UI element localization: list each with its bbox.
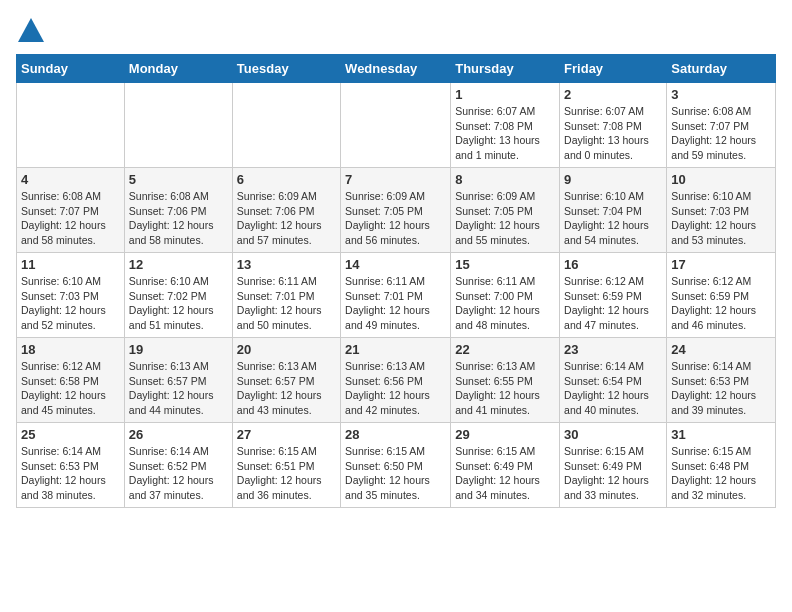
calendar-header-row: SundayMondayTuesdayWednesdayThursdayFrid… — [17, 55, 776, 83]
calendar-week-3: 11Sunrise: 6:10 AM Sunset: 7:03 PM Dayli… — [17, 253, 776, 338]
day-number: 27 — [237, 427, 336, 442]
calendar-cell: 29Sunrise: 6:15 AM Sunset: 6:49 PM Dayli… — [451, 423, 560, 508]
header-sunday: Sunday — [17, 55, 125, 83]
day-info: Sunrise: 6:15 AM Sunset: 6:51 PM Dayligh… — [237, 444, 336, 503]
calendar-cell: 18Sunrise: 6:12 AM Sunset: 6:58 PM Dayli… — [17, 338, 125, 423]
day-info: Sunrise: 6:13 AM Sunset: 6:57 PM Dayligh… — [237, 359, 336, 418]
calendar-cell: 9Sunrise: 6:10 AM Sunset: 7:04 PM Daylig… — [560, 168, 667, 253]
day-number: 26 — [129, 427, 228, 442]
day-info: Sunrise: 6:15 AM Sunset: 6:48 PM Dayligh… — [671, 444, 771, 503]
day-info: Sunrise: 6:09 AM Sunset: 7:06 PM Dayligh… — [237, 189, 336, 248]
day-number: 3 — [671, 87, 771, 102]
calendar-week-5: 25Sunrise: 6:14 AM Sunset: 6:53 PM Dayli… — [17, 423, 776, 508]
calendar-cell: 14Sunrise: 6:11 AM Sunset: 7:01 PM Dayli… — [341, 253, 451, 338]
day-number: 4 — [21, 172, 120, 187]
calendar-cell: 13Sunrise: 6:11 AM Sunset: 7:01 PM Dayli… — [232, 253, 340, 338]
day-info: Sunrise: 6:14 AM Sunset: 6:53 PM Dayligh… — [671, 359, 771, 418]
day-info: Sunrise: 6:11 AM Sunset: 7:01 PM Dayligh… — [237, 274, 336, 333]
day-info: Sunrise: 6:14 AM Sunset: 6:54 PM Dayligh… — [564, 359, 662, 418]
calendar-cell: 1Sunrise: 6:07 AM Sunset: 7:08 PM Daylig… — [451, 83, 560, 168]
logo — [16, 16, 50, 46]
day-info: Sunrise: 6:14 AM Sunset: 6:52 PM Dayligh… — [129, 444, 228, 503]
day-number: 10 — [671, 172, 771, 187]
day-info: Sunrise: 6:15 AM Sunset: 6:50 PM Dayligh… — [345, 444, 446, 503]
calendar-cell: 12Sunrise: 6:10 AM Sunset: 7:02 PM Dayli… — [124, 253, 232, 338]
day-number: 30 — [564, 427, 662, 442]
calendar-cell: 4Sunrise: 6:08 AM Sunset: 7:07 PM Daylig… — [17, 168, 125, 253]
header-saturday: Saturday — [667, 55, 776, 83]
day-number: 7 — [345, 172, 446, 187]
day-number: 6 — [237, 172, 336, 187]
day-info: Sunrise: 6:15 AM Sunset: 6:49 PM Dayligh… — [564, 444, 662, 503]
day-number: 1 — [455, 87, 555, 102]
day-number: 16 — [564, 257, 662, 272]
calendar-week-2: 4Sunrise: 6:08 AM Sunset: 7:07 PM Daylig… — [17, 168, 776, 253]
day-number: 11 — [21, 257, 120, 272]
day-number: 2 — [564, 87, 662, 102]
calendar-cell: 26Sunrise: 6:14 AM Sunset: 6:52 PM Dayli… — [124, 423, 232, 508]
day-info: Sunrise: 6:10 AM Sunset: 7:03 PM Dayligh… — [671, 189, 771, 248]
calendar-cell: 28Sunrise: 6:15 AM Sunset: 6:50 PM Dayli… — [341, 423, 451, 508]
day-info: Sunrise: 6:10 AM Sunset: 7:03 PM Dayligh… — [21, 274, 120, 333]
logo-icon — [16, 16, 46, 46]
header-tuesday: Tuesday — [232, 55, 340, 83]
calendar-cell: 17Sunrise: 6:12 AM Sunset: 6:59 PM Dayli… — [667, 253, 776, 338]
svg-marker-0 — [18, 18, 44, 42]
day-info: Sunrise: 6:07 AM Sunset: 7:08 PM Dayligh… — [564, 104, 662, 163]
day-number: 14 — [345, 257, 446, 272]
day-info: Sunrise: 6:08 AM Sunset: 7:07 PM Dayligh… — [21, 189, 120, 248]
calendar-cell: 25Sunrise: 6:14 AM Sunset: 6:53 PM Dayli… — [17, 423, 125, 508]
day-info: Sunrise: 6:08 AM Sunset: 7:07 PM Dayligh… — [671, 104, 771, 163]
day-number: 28 — [345, 427, 446, 442]
calendar-cell: 31Sunrise: 6:15 AM Sunset: 6:48 PM Dayli… — [667, 423, 776, 508]
day-number: 21 — [345, 342, 446, 357]
calendar-cell — [232, 83, 340, 168]
calendar-cell: 7Sunrise: 6:09 AM Sunset: 7:05 PM Daylig… — [341, 168, 451, 253]
day-info: Sunrise: 6:13 AM Sunset: 6:57 PM Dayligh… — [129, 359, 228, 418]
day-info: Sunrise: 6:10 AM Sunset: 7:04 PM Dayligh… — [564, 189, 662, 248]
day-number: 15 — [455, 257, 555, 272]
day-number: 5 — [129, 172, 228, 187]
header-thursday: Thursday — [451, 55, 560, 83]
calendar-week-4: 18Sunrise: 6:12 AM Sunset: 6:58 PM Dayli… — [17, 338, 776, 423]
day-number: 17 — [671, 257, 771, 272]
day-number: 13 — [237, 257, 336, 272]
day-info: Sunrise: 6:08 AM Sunset: 7:06 PM Dayligh… — [129, 189, 228, 248]
calendar-cell: 6Sunrise: 6:09 AM Sunset: 7:06 PM Daylig… — [232, 168, 340, 253]
day-info: Sunrise: 6:12 AM Sunset: 6:59 PM Dayligh… — [671, 274, 771, 333]
page-header — [16, 16, 776, 46]
day-number: 29 — [455, 427, 555, 442]
calendar-cell — [17, 83, 125, 168]
calendar-cell — [124, 83, 232, 168]
calendar-cell: 5Sunrise: 6:08 AM Sunset: 7:06 PM Daylig… — [124, 168, 232, 253]
calendar-cell: 15Sunrise: 6:11 AM Sunset: 7:00 PM Dayli… — [451, 253, 560, 338]
calendar-cell — [341, 83, 451, 168]
day-number: 22 — [455, 342, 555, 357]
day-info: Sunrise: 6:13 AM Sunset: 6:55 PM Dayligh… — [455, 359, 555, 418]
day-info: Sunrise: 6:14 AM Sunset: 6:53 PM Dayligh… — [21, 444, 120, 503]
day-info: Sunrise: 6:09 AM Sunset: 7:05 PM Dayligh… — [455, 189, 555, 248]
calendar-cell: 22Sunrise: 6:13 AM Sunset: 6:55 PM Dayli… — [451, 338, 560, 423]
header-monday: Monday — [124, 55, 232, 83]
day-info: Sunrise: 6:12 AM Sunset: 6:59 PM Dayligh… — [564, 274, 662, 333]
calendar-cell: 2Sunrise: 6:07 AM Sunset: 7:08 PM Daylig… — [560, 83, 667, 168]
header-wednesday: Wednesday — [341, 55, 451, 83]
calendar-cell: 16Sunrise: 6:12 AM Sunset: 6:59 PM Dayli… — [560, 253, 667, 338]
day-info: Sunrise: 6:10 AM Sunset: 7:02 PM Dayligh… — [129, 274, 228, 333]
calendar-week-1: 1Sunrise: 6:07 AM Sunset: 7:08 PM Daylig… — [17, 83, 776, 168]
day-number: 19 — [129, 342, 228, 357]
calendar-cell: 23Sunrise: 6:14 AM Sunset: 6:54 PM Dayli… — [560, 338, 667, 423]
day-number: 8 — [455, 172, 555, 187]
calendar-cell: 8Sunrise: 6:09 AM Sunset: 7:05 PM Daylig… — [451, 168, 560, 253]
calendar-cell: 20Sunrise: 6:13 AM Sunset: 6:57 PM Dayli… — [232, 338, 340, 423]
calendar-cell: 19Sunrise: 6:13 AM Sunset: 6:57 PM Dayli… — [124, 338, 232, 423]
day-info: Sunrise: 6:09 AM Sunset: 7:05 PM Dayligh… — [345, 189, 446, 248]
calendar-cell: 27Sunrise: 6:15 AM Sunset: 6:51 PM Dayli… — [232, 423, 340, 508]
day-info: Sunrise: 6:15 AM Sunset: 6:49 PM Dayligh… — [455, 444, 555, 503]
calendar-cell: 3Sunrise: 6:08 AM Sunset: 7:07 PM Daylig… — [667, 83, 776, 168]
header-friday: Friday — [560, 55, 667, 83]
calendar-cell: 30Sunrise: 6:15 AM Sunset: 6:49 PM Dayli… — [560, 423, 667, 508]
calendar-cell: 11Sunrise: 6:10 AM Sunset: 7:03 PM Dayli… — [17, 253, 125, 338]
calendar-cell: 24Sunrise: 6:14 AM Sunset: 6:53 PM Dayli… — [667, 338, 776, 423]
day-number: 31 — [671, 427, 771, 442]
